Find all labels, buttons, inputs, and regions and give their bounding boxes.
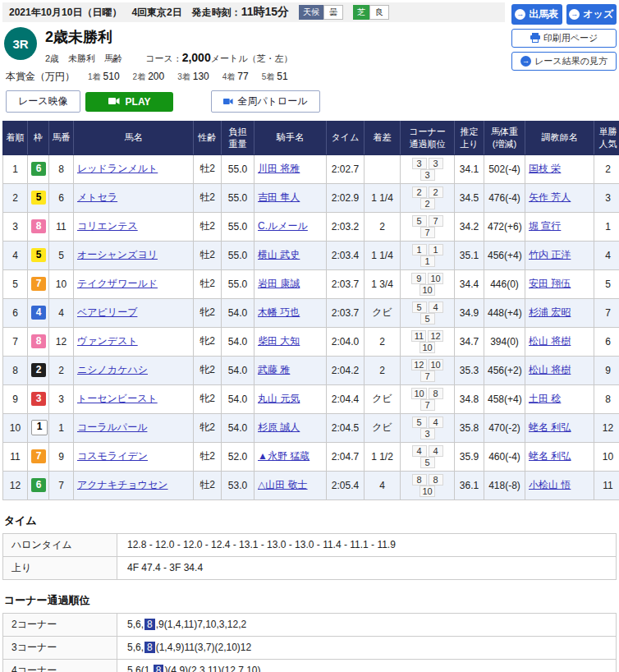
finish-time: 2:03.7 xyxy=(327,298,365,327)
weather-label: 天候 xyxy=(299,5,323,20)
jockey-link[interactable]: 武藤 雅 xyxy=(258,364,290,375)
weather-badge: 天候 曇 xyxy=(299,5,343,20)
horse-weight: 456(+2) xyxy=(484,356,525,384)
trainer-link[interactable]: 矢作 芳人 xyxy=(529,191,571,203)
frame-number-badge: 5 xyxy=(31,248,46,262)
horse-link[interactable]: ベアピリーブ xyxy=(77,306,137,318)
race-video-button[interactable]: レース映像 xyxy=(6,90,80,113)
jockey-link[interactable]: 柴田 大知 xyxy=(258,335,300,347)
horse-link[interactable]: テイクザワールド xyxy=(77,278,158,289)
corner-position: 4 xyxy=(429,445,443,457)
jockey-link[interactable]: 川田 将雅 xyxy=(258,163,300,174)
horse-link[interactable]: コスモライデン xyxy=(77,450,148,462)
corner-4-row: 4コーナー 5,6(1,8)(4,9)(2,3,11)(12,7,10) xyxy=(3,659,617,672)
margin: 2 xyxy=(365,356,401,384)
trainer-link[interactable]: 土田 稔 xyxy=(529,393,561,404)
margin: 1 1/2 xyxy=(365,442,401,471)
jockey-link[interactable]: 横山 武史 xyxy=(258,249,300,260)
horse-number: 10 xyxy=(49,269,74,298)
furlong-time-label: ハロンタイム xyxy=(3,533,117,556)
jockey-link[interactable]: 丸山 元気 xyxy=(258,393,300,404)
time-table: ハロンタイム 12.8 - 12.0 - 12.0 - 12.4 - 13.1 … xyxy=(2,533,617,580)
trainer-link[interactable]: 蛯名 利弘 xyxy=(529,421,571,433)
odds-button[interactable]: → オッズ xyxy=(566,4,617,25)
page-action-buttons: → 出馬表 → オッズ 印刷用ページ → レース結果の見方 xyxy=(511,2,617,71)
jockey-link[interactable]: 吉田 隼人 xyxy=(258,191,300,203)
corner-position: 3 xyxy=(420,169,435,181)
horse-link[interactable]: ニシノカケハシ xyxy=(77,364,148,375)
corner-position: 11 xyxy=(411,330,426,342)
trainer-link[interactable]: 小桧山 悟 xyxy=(529,479,571,490)
horse-number: 12 xyxy=(49,327,74,356)
horse-link[interactable]: メトセラ xyxy=(77,191,117,203)
prize-4th: 4着77 xyxy=(222,71,249,83)
frame-number-badge: 3 xyxy=(31,392,46,406)
jockey-link[interactable]: 杉原 誠人 xyxy=(258,421,300,433)
win-favorite-rank: 3 xyxy=(594,183,619,212)
results-header-row: 着順枠馬番馬名性齢負担 重量騎手名タイム着差コーナー 通過順位推定 上り馬体重 … xyxy=(3,122,619,155)
horse-link[interactable]: コーラルパール xyxy=(77,421,147,433)
finish-time: 2:04.7 xyxy=(327,442,365,471)
margin: 1 1/4 xyxy=(365,241,401,269)
result-row: 822ニシノカケハシ牝254.0武藤 雅2:04.221210735.3456(… xyxy=(3,356,619,384)
trainer-link[interactable]: 堀 宣行 xyxy=(529,220,561,232)
trainer-link[interactable]: 竹内 正洋 xyxy=(529,249,571,260)
estimated-last-3f: 34.2 xyxy=(455,212,484,241)
horse-number: 11 xyxy=(49,212,74,241)
trainer-link[interactable]: 松山 将樹 xyxy=(529,335,571,347)
horse-link[interactable]: コリエンテス xyxy=(77,220,138,232)
corner-position: 7 xyxy=(429,215,443,227)
sex-age: 牝2 xyxy=(194,327,222,356)
trainer-link[interactable]: 蛯名 利弘 xyxy=(529,450,571,462)
race-results-table: 着順枠馬番馬名性齢負担 重量騎手名タイム着差コーナー 通過順位推定 上り馬体重 … xyxy=(2,121,619,500)
play-button[interactable]: PLAY xyxy=(85,92,174,112)
carried-weight: 55.0 xyxy=(222,241,254,269)
race-conditions: 2歳 未勝利 馬齢 xyxy=(45,53,122,65)
corner-position: 2 xyxy=(429,186,443,198)
winner-horse-number-highlight: 8 xyxy=(144,619,155,630)
frame-number-badge: 8 xyxy=(31,334,46,348)
estimated-last-3f: 34.7 xyxy=(455,327,484,356)
margin: 2 xyxy=(365,212,401,241)
horse-link[interactable]: アクナキチョウセン xyxy=(77,479,168,490)
finish-time: 2:05.4 xyxy=(327,471,365,499)
trainer-link[interactable]: 安田 翔伍 xyxy=(529,278,571,289)
corner-positions: 8810 xyxy=(401,471,455,499)
corner-positions: 445 xyxy=(401,442,455,471)
jockey-link[interactable]: △山田 敬士 xyxy=(258,479,308,490)
race-info-bar: 2021年10月10日（日曜） 4回東京2日 発走時刻：11時15分 天候 曇 … xyxy=(2,2,505,22)
carried-weight: 53.0 xyxy=(222,471,254,499)
trainer-link[interactable]: 杉浦 宏昭 xyxy=(529,306,571,318)
carried-weight: 55.0 xyxy=(222,154,254,183)
horse-link[interactable]: ヴァンデスト xyxy=(77,335,138,347)
jockey-link[interactable]: 木幡 巧也 xyxy=(258,306,300,318)
print-page-button[interactable]: 印刷用ページ xyxy=(511,29,617,48)
trainer-link[interactable]: 国枝 栄 xyxy=(529,163,561,174)
jockey-link[interactable]: C.ルメール xyxy=(258,220,308,232)
patrol-video-button[interactable]: 全周パトロール xyxy=(211,90,319,113)
printer-icon xyxy=(530,33,540,44)
horse-weight: 472(+6) xyxy=(484,212,525,241)
horse-link[interactable]: レッドランメルト xyxy=(77,163,158,174)
jockey-link[interactable]: 岩田 康誠 xyxy=(258,278,300,289)
entries-button[interactable]: → 出馬表 xyxy=(511,4,562,25)
win-favorite-rank: 9 xyxy=(594,356,619,384)
corner-position: 1 xyxy=(429,244,443,255)
results-guide-button[interactable]: → レース結果の見方 xyxy=(511,52,617,71)
arrow-circle-icon: → xyxy=(569,9,580,20)
arrow-circle-icon: → xyxy=(520,56,531,67)
corner-position: 10 xyxy=(420,486,434,497)
turf-label: 芝 xyxy=(353,5,369,20)
trainer-link[interactable]: 松山 将樹 xyxy=(529,364,571,375)
horse-link[interactable]: オーシャンズヨリ xyxy=(77,249,158,260)
estimated-last-3f: 36.1 xyxy=(455,471,484,499)
corner-position: 4 xyxy=(429,301,443,313)
margin: クビ xyxy=(365,413,401,442)
horse-link[interactable]: トーセンビースト xyxy=(77,393,158,404)
jockey-link[interactable]: ▲永野 猛蔵 xyxy=(258,450,310,462)
horse-weight: 448(+4) xyxy=(484,298,525,327)
finish-position: 9 xyxy=(3,384,28,413)
result-row: 933トーセンビースト牝254.0丸山 元気2:04.4クビ108734.845… xyxy=(3,384,619,413)
corner-position: 5 xyxy=(412,215,427,227)
corner-position: 8 xyxy=(429,388,443,399)
